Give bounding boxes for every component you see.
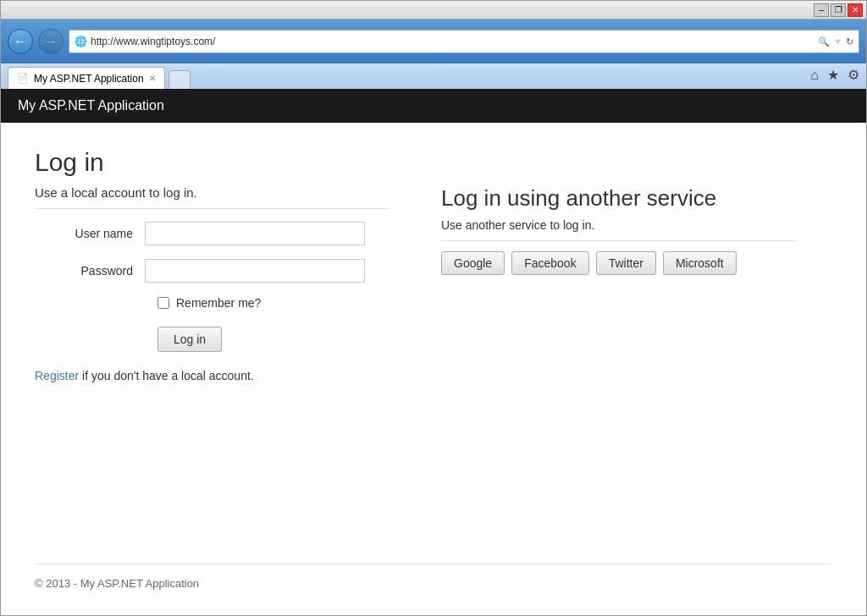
footer-text: © 2013 - My ASP.NET Application <box>35 577 199 590</box>
page-icon: 🌐 <box>75 36 87 47</box>
microsoft-button[interactable]: Microsoft <box>663 251 737 275</box>
window-controls: – ❐ ✕ <box>814 3 863 17</box>
title-bar: – ❐ ✕ <box>1 1 866 19</box>
remember-checkbox[interactable] <box>157 297 169 309</box>
submit-row: Log in <box>35 327 390 352</box>
register-link[interactable]: Register <box>35 369 79 382</box>
external-section-subtitle: Use another service to log in. <box>441 218 797 241</box>
search-button[interactable]: 🔍 <box>818 36 830 47</box>
home-button[interactable]: ⌂ <box>810 67 819 82</box>
browser-toolbar-right: ⌂ ★ ⚙ <box>810 67 859 83</box>
facebook-button[interactable]: Facebook <box>511 251 588 275</box>
page-footer: © 2013 - My ASP.NET Application <box>35 564 832 590</box>
active-tab[interactable]: 📄 My ASP.NET Application ✕ <box>8 67 165 89</box>
nav-bar: ← → 🌐 🔍 ▼ ↻ <box>1 19 866 63</box>
tab-label: My ASP.NET Application <box>34 73 144 85</box>
remember-row: Remember me? <box>35 296 390 310</box>
username-row: User name <box>35 222 390 245</box>
login-button[interactable]: Log in <box>157 327 222 352</box>
minimize-button[interactable]: – <box>814 3 829 17</box>
favorites-button[interactable]: ★ <box>827 67 839 83</box>
remember-label: Remember me? <box>176 296 261 310</box>
address-bar: 🌐 🔍 ▼ ↻ <box>69 30 859 53</box>
external-login-section: Log in using another service Use another… <box>441 185 797 530</box>
twitter-button[interactable]: Twitter <box>596 251 656 275</box>
refresh-button[interactable]: ↻ <box>846 36 853 47</box>
back-button[interactable]: ← <box>8 29 33 54</box>
page-title: Log in <box>35 148 832 177</box>
settings-button[interactable]: ⚙ <box>848 67 859 83</box>
local-login-section: Use a local account to log in. User name… <box>35 185 390 530</box>
username-label: User name <box>60 227 145 240</box>
tab-icon: 📄 <box>17 73 29 84</box>
tab-bar: 📄 My ASP.NET Application ✕ ⌂ ★ ⚙ <box>1 63 866 89</box>
app-nav: My ASP.NET Application <box>1 89 866 123</box>
google-button[interactable]: Google <box>441 251 505 275</box>
close-button[interactable]: ✕ <box>848 3 863 17</box>
password-input[interactable] <box>145 259 365 283</box>
restore-button[interactable]: ❐ <box>831 3 846 17</box>
new-tab-button[interactable] <box>168 70 191 89</box>
external-section-title: Log in using another service <box>441 185 797 212</box>
password-label: Password <box>60 264 145 278</box>
main-layout: Use a local account to log in. User name… <box>35 185 832 530</box>
password-row: Password <box>35 259 390 283</box>
register-text: Register if you don't have a local accou… <box>35 369 390 382</box>
username-input[interactable] <box>145 222 365 245</box>
forward-button[interactable]: → <box>38 29 64 54</box>
service-buttons: Google Facebook Twitter Microsoft <box>441 251 797 275</box>
register-suffix: if you don't have a local account. <box>82 369 254 382</box>
divider: ▼ <box>833 36 842 47</box>
app-title: My ASP.NET Application <box>18 98 164 113</box>
page-content: Log in Use a local account to log in. Us… <box>1 123 866 615</box>
local-section-subtitle: Use a local account to log in. <box>35 185 390 209</box>
address-input[interactable] <box>91 36 815 47</box>
tab-close-button[interactable]: ✕ <box>149 74 156 83</box>
